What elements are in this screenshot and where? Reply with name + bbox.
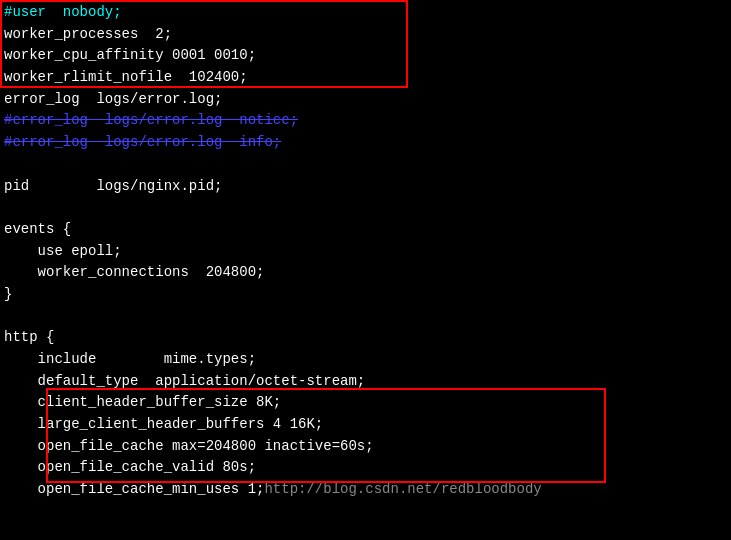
code-line-6: #error_log logs/error.log notice;: [4, 110, 727, 132]
code-line-4: worker_rlimit_nofile 102400;: [4, 67, 727, 89]
code-line-20: large_client_header_buffers 4 16K;: [4, 414, 727, 436]
code-line-8: [4, 154, 727, 176]
code-line-13: worker_connections 204800;: [4, 262, 727, 284]
code-line-10: [4, 197, 727, 219]
code-line-11: events {: [4, 219, 727, 241]
code-line-16: http {: [4, 327, 727, 349]
code-line-5: error_log logs/error.log;: [4, 89, 727, 111]
code-line-23: open_file_cache_min_uses 1;http://blog.c…: [4, 479, 727, 501]
code-line-7: #error_log logs/error.log info;: [4, 132, 727, 154]
code-line-14: }: [4, 284, 727, 306]
code-line-15: [4, 306, 727, 328]
code-line-9: pid logs/nginx.pid;: [4, 176, 727, 198]
code-line-22: open_file_cache_valid 80s;: [4, 457, 727, 479]
code-line-1: #user nobody;: [4, 2, 727, 24]
code-line-24: [4, 501, 727, 523]
code-editor: #user nobody; worker_processes 2; worker…: [0, 0, 731, 540]
code-line-12: use epoll;: [4, 241, 727, 263]
code-line-18: default_type application/octet-stream;: [4, 371, 727, 393]
code-line-21: open_file_cache max=204800 inactive=60s;: [4, 436, 727, 458]
code-line-2: worker_processes 2;: [4, 24, 727, 46]
code-line-3: worker_cpu_affinity 0001 0010;: [4, 45, 727, 67]
code-line-19: client_header_buffer_size 8K;: [4, 392, 727, 414]
code-line-17: include mime.types;: [4, 349, 727, 371]
watermark: http://blog.csdn.net/redbloodbody: [264, 481, 541, 497]
